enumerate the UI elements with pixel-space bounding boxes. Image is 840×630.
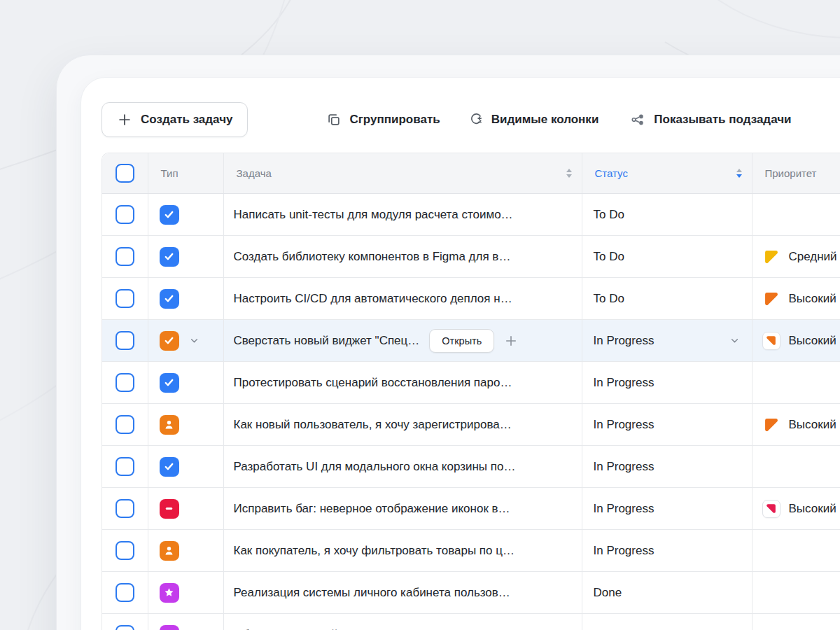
visible-columns-button[interactable]: Видимые колонки — [468, 112, 599, 127]
task-type-icon — [160, 415, 179, 435]
status-value: In Progress — [594, 544, 654, 558]
row-checkbox[interactable] — [115, 499, 134, 518]
task-type-icon — [160, 625, 179, 630]
row-checkbox[interactable] — [115, 541, 134, 560]
priority-icon — [762, 500, 780, 518]
priority-label: Высокий — [789, 418, 836, 432]
status-value: In Progress — [594, 376, 654, 390]
row-checkbox[interactable] — [115, 457, 134, 476]
status-value: In Progress — [594, 460, 654, 474]
task-title: Реализация системы личного кабинета поль… — [234, 586, 510, 600]
status-dropdown-chevron-icon[interactable] — [729, 335, 741, 346]
table-row[interactable]: Обновление дизайн-системы UI Kit… Done — [102, 614, 840, 630]
status-value: To Do — [594, 208, 624, 222]
task-table: Тип Задача Статус Приоритет Написать uni… — [102, 153, 840, 630]
task-type-icon — [160, 541, 179, 561]
task-type-icon — [160, 499, 179, 519]
task-title: Разработать UI для модального окна корзи… — [234, 460, 516, 474]
group-by-label: Сгруппировать — [349, 113, 440, 127]
priority-icon — [762, 290, 780, 308]
column-header-status[interactable]: Статус — [595, 167, 628, 179]
task-title: Протестировать сценарий восстановления п… — [234, 376, 512, 390]
expand-chevron-icon[interactable] — [188, 335, 200, 346]
task-title: Как покупатель, я хочу фильтровать товар… — [234, 544, 514, 558]
show-subtasks-button[interactable]: Показывать подзадачи — [631, 112, 791, 127]
row-checkbox[interactable] — [115, 373, 134, 392]
task-title: Настроить CI/CD для автоматического депл… — [234, 292, 512, 306]
column-header-priority[interactable]: Приоритет — [765, 167, 817, 179]
column-header-task[interactable]: Задача — [237, 167, 272, 179]
table-row[interactable]: Исправить баг: неверное отображение икон… — [102, 488, 840, 530]
table-row[interactable]: Написать unit-тесты для модуля расчета с… — [102, 194, 840, 236]
task-title: Как новый пользователь, я хочу зарегистр… — [234, 418, 512, 432]
status-value: In Progress — [594, 334, 654, 348]
row-checkbox[interactable] — [115, 289, 134, 308]
toolbar: Создать задачу Сгруппировать Видимые кол… — [102, 102, 840, 137]
main-content: Создать задачу Сгруппировать Видимые кол… — [102, 102, 840, 630]
task-title: Создать библиотеку компонентов в Figma д… — [234, 250, 511, 264]
task-type-icon — [160, 331, 179, 351]
sort-icon[interactable] — [566, 169, 572, 178]
plus-icon — [117, 112, 132, 127]
status-value: In Progress — [594, 502, 654, 516]
column-header-type[interactable]: Тип — [161, 167, 178, 179]
select-all-checkbox[interactable] — [115, 164, 134, 183]
show-subtasks-label: Показывать подзадачи — [654, 113, 791, 127]
create-task-label: Создать задачу — [141, 113, 232, 127]
create-task-button[interactable]: Создать задачу — [102, 102, 248, 137]
row-checkbox[interactable] — [115, 583, 134, 602]
task-title: Написать unit-тесты для модуля расчета с… — [234, 208, 513, 222]
priority-label: Высокий — [789, 292, 836, 306]
priority-label: Высокий — [789, 334, 836, 348]
row-checkbox[interactable] — [115, 331, 134, 350]
table-header-row: Тип Задача Статус Приоритет — [102, 153, 840, 194]
status-value: Done — [594, 586, 622, 600]
status-value: In Progress — [594, 418, 654, 432]
priority-icon — [762, 416, 780, 434]
task-type-icon — [160, 205, 179, 225]
task-type-icon — [160, 373, 179, 393]
task-title: Исправить баг: неверное отображение икон… — [234, 502, 510, 516]
table-row[interactable]: Создать библиотеку компонентов в Figma д… — [102, 236, 840, 278]
open-task-button[interactable]: Открыть — [429, 329, 494, 353]
task-title: Сверстать новый виджет "Спец… — [234, 334, 420, 348]
task-title: Обновление дизайн-системы UI Kit… — [234, 628, 440, 630]
task-type-icon — [160, 289, 179, 309]
priority-icon — [762, 332, 780, 350]
row-checkbox[interactable] — [115, 625, 134, 630]
table-row[interactable]: Как новый пользователь, я хочу зарегистр… — [102, 404, 840, 446]
table-row[interactable]: Сверстать новый виджет "Спец… Открыть In… — [102, 320, 840, 362]
priority-label: Средний — [789, 250, 837, 264]
task-table-body: Написать unit-тесты для модуля расчета с… — [102, 194, 840, 630]
task-type-icon — [160, 457, 179, 477]
copy-icon — [326, 112, 342, 127]
priority-label: Высокий — [789, 502, 836, 516]
group-by-button[interactable]: Сгруппировать — [326, 112, 440, 127]
table-row[interactable]: Протестировать сценарий восстановления п… — [102, 362, 840, 404]
row-checkbox[interactable] — [115, 205, 134, 224]
task-type-icon — [160, 247, 179, 267]
table-row[interactable]: Как покупатель, я хочу фильтровать товар… — [102, 530, 840, 572]
status-value: To Do — [594, 292, 624, 306]
table-row[interactable]: Настроить CI/CD для автоматического депл… — [102, 278, 840, 320]
row-checkbox[interactable] — [115, 247, 134, 266]
status-value: Done — [594, 628, 622, 630]
visible-columns-label: Видимые колонки — [491, 113, 599, 127]
status-value: To Do — [594, 250, 624, 264]
sort-icon-active[interactable] — [736, 169, 742, 178]
table-row[interactable]: Реализация системы личного кабинета поль… — [102, 572, 840, 614]
priority-icon — [762, 248, 780, 266]
column-settings-icon — [468, 112, 484, 127]
row-checkbox[interactable] — [115, 415, 134, 434]
task-type-icon — [160, 583, 179, 603]
table-row[interactable]: Разработать UI для модального окна корзи… — [102, 446, 840, 488]
subtasks-graph-icon — [631, 112, 646, 127]
add-subtask-icon[interactable] — [504, 334, 518, 348]
